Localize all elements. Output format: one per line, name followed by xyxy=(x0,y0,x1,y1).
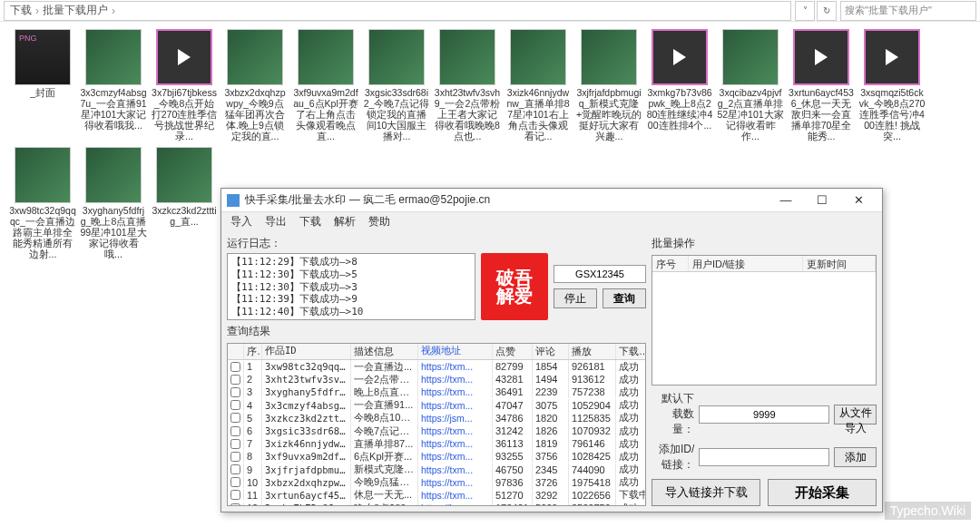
breadcrumb-part[interactable]: 下载 xyxy=(10,3,32,18)
table-row[interactable]: 43x3cmzyf4absg7u一会直播91...https://txm...4… xyxy=(228,399,645,412)
file-name: 3xzkcz3kd2ztttig_直... xyxy=(151,205,218,227)
table-row[interactable]: 113xrtun6aycf4536休息一天无...https://txm...5… xyxy=(228,489,645,502)
file-item[interactable]: 3xht23twfv3svh9_一会2点带粉上王者大家记得收看哦晚晚8点也... xyxy=(434,29,501,142)
run-log-box[interactable]: 【11:12:29】下载成功—>8 【11:12:30】下载成功—>5 【11:… xyxy=(227,253,475,320)
add-id-input[interactable] xyxy=(699,448,829,466)
file-item[interactable]: 3xzkcz3kd2ztttig_直... xyxy=(151,147,218,259)
image-thumb-icon xyxy=(298,29,354,85)
file-name: 3xw98tc32q9qqqc_一会直播边路霸主单排全能秀精通所有边射... xyxy=(9,205,76,259)
image-thumb-icon xyxy=(227,29,283,85)
video-thumb-icon xyxy=(652,29,708,85)
breadcrumb-bar: 下载 › 批量下载用户 › ˅ ↻ 搜索"批量下载用户" xyxy=(0,0,980,22)
breadcrumb-dropdown-icon[interactable]: ˅ xyxy=(795,1,815,21)
file-item[interactable]: 3xyghany5fdfrjg_晚上8点直播99星冲101星大家记得收看哦... xyxy=(80,147,147,259)
table-row[interactable]: 73xizk46nnjydwnw直播单排87...https://txm...3… xyxy=(228,437,645,450)
image-thumb-icon xyxy=(510,29,566,85)
folder-thumb-icon xyxy=(15,29,71,85)
close-button[interactable]: ✕ xyxy=(840,190,877,211)
breadcrumb-part[interactable]: 批量下载用户 xyxy=(43,3,108,18)
row-checkbox[interactable] xyxy=(230,477,240,487)
table-row[interactable]: 33xyghany5fdfrjg晚上8点直播...https://txm...3… xyxy=(228,385,645,398)
file-name: 3xqcibazv4pjvfg_2点直播单排52星冲101大家记得收看昨作... xyxy=(717,87,784,142)
table-row[interactable]: 103xbzx2dxqhzpwpy今晚9点猛年...https://txm...… xyxy=(228,476,645,489)
image-thumb-icon xyxy=(85,147,142,203)
grid-header: 序号 作品ID 描述信息 视频地址 点赞 评论 播放 下载状态 xyxy=(228,344,645,360)
file-name: 3x7bji67tjbkess_今晚8点开始打270连胜季信号挑战世界纪录... xyxy=(151,87,218,142)
file-item[interactable]: 3x7bji67tjbkess_今晚8点开始打270连胜季信号挑战世界纪录... xyxy=(151,29,218,142)
row-checkbox[interactable] xyxy=(230,362,240,372)
app-icon xyxy=(227,194,240,207)
video-thumb-icon xyxy=(156,29,212,85)
file-name: 3xf9uvxa9m2dfau_6点Kpl开赛了右上角点击头像观看晚点直... xyxy=(292,87,359,142)
search-placeholder: 搜索"批量下载用户" xyxy=(845,4,932,17)
image-thumb-icon xyxy=(722,29,779,85)
start-collect-button[interactable]: 开始采集 xyxy=(768,479,877,506)
menu-item[interactable]: 赞助 xyxy=(368,214,390,229)
menu-item[interactable]: 下载 xyxy=(299,214,321,229)
default-count-input[interactable] xyxy=(699,405,829,424)
explorer-search-input[interactable]: 搜索"批量下载用户" xyxy=(840,1,976,21)
minimize-button[interactable]: — xyxy=(768,190,804,211)
refresh-icon[interactable]: ↻ xyxy=(817,1,837,21)
row-checkbox[interactable] xyxy=(230,464,240,474)
titlebar[interactable]: 快手采集/批量去水印 — 疯二毛 ermao@52pojie.cn — ☐ ✕ xyxy=(221,189,882,212)
file-item[interactable]: 3xizk46nnjydwnw_直播单排87星冲101右上角点击头像观看记... xyxy=(505,29,572,142)
row-checkbox[interactable] xyxy=(230,426,240,436)
table-row[interactable]: 83xf9uvxa9m2dfau6点Kpl开赛...https://txm...… xyxy=(228,450,645,463)
window-title: 快手采集/批量去水印 — 疯二毛 ermao@52pojie.cn xyxy=(245,192,768,208)
image-thumb-icon xyxy=(15,147,71,203)
query-id-input[interactable] xyxy=(554,265,646,283)
image-thumb-icon xyxy=(85,29,142,85)
file-item[interactable]: 3xf9uvxa9m2dfau_6点Kpl开赛了右上角点击头像观看晚点直... xyxy=(292,29,359,142)
breadcrumb-sep: › xyxy=(35,5,39,17)
breadcrumb-sep: › xyxy=(112,5,115,17)
breadcrumb[interactable]: 下载 › 批量下载用户 › xyxy=(4,1,791,21)
file-item[interactable]: 3xjfrjafdpbmugiq_新模式克隆+觉醒昨晚玩的挺好玩大家有兴趣... xyxy=(575,29,642,142)
scraper-window: 快手采集/批量去水印 — 疯二毛 ermao@52pojie.cn — ☐ ✕ … xyxy=(220,188,883,512)
menu-item[interactable]: 解析 xyxy=(334,214,356,229)
file-item[interactable]: 3xbzx2dxqhzpwpy_今晚9点猛年团再次合体.晚上9点锁定我的直... xyxy=(221,29,289,142)
file-item[interactable]: 3xw98tc32q9qqqc_一会直播边路霸主单排全能秀精通所有边射... xyxy=(9,147,76,259)
add-button[interactable]: 添加 xyxy=(834,447,877,467)
row-checkbox[interactable] xyxy=(230,413,240,423)
file-item[interactable]: 3xmkg7b73v86pwk_晚上8点280连胜继续冲400连胜排4个... xyxy=(646,29,713,142)
file-item[interactable]: 3xsqmqzi5t6ckvk_今晚8点270连胜季信号冲400连胜! 挑战突.… xyxy=(858,29,926,142)
table-row[interactable]: 13xw98tc32q9qqqc一会直播边...https://txm...82… xyxy=(228,360,645,373)
video-thumb-icon xyxy=(793,29,849,85)
file-name: 3xgsic33sdr68i2_今晚7点记得锁定我的直播间10大国服主播对... xyxy=(363,87,430,142)
table-row[interactable]: 123xmkg7b73v86pwk晚上8点280...https://jsm..… xyxy=(228,502,645,505)
file-item[interactable]: 3xgsic33sdr68i2_今晚7点记得锁定我的直播间10大国服主播对... xyxy=(363,29,430,142)
watermark: Typecho.Wiki xyxy=(885,502,971,520)
result-label: 查询结果 xyxy=(227,324,646,339)
file-name: 3xjfrjafdpbmugiq_新模式克隆+觉醒昨晚玩的挺好玩大家有兴趣... xyxy=(575,87,642,142)
file-item[interactable]: 3xrtun6aycf4536_休息一天无敌归来一会直播单排70星全能秀... xyxy=(788,29,855,142)
menu-item[interactable]: 导出 xyxy=(265,214,287,229)
image-thumb-icon xyxy=(368,29,425,85)
row-checkbox[interactable] xyxy=(230,375,240,385)
add-id-label: 添加ID/链接： xyxy=(652,442,694,473)
row-checkbox[interactable] xyxy=(230,387,240,397)
file-item[interactable]: 3x3cmzyf4absg7u_一会直播91星冲101大家记得收看哦我... xyxy=(80,29,147,142)
table-row[interactable]: 63xgsic33sdr68i2今晚7点记得...https://txm...3… xyxy=(228,425,645,437)
default-count-label: 默认下载数量： xyxy=(652,391,694,437)
query-button[interactable]: 查询 xyxy=(603,288,646,308)
import-and-download-button[interactable]: 导入链接并下载 xyxy=(652,479,760,506)
table-row[interactable]: 23xht23twfv3svh9一会2点带粉...https://txm...4… xyxy=(228,373,645,385)
table-row[interactable]: 93xjfrjafdpbmugiq新模式克隆+...https://txm...… xyxy=(228,464,645,476)
batch-grid: 序号 用户ID/链接 更新时间 xyxy=(652,255,877,385)
table-row[interactable]: 53xzkcz3kd2ztttig今晚8点10大...https://jsm..… xyxy=(228,412,645,425)
image-thumb-icon xyxy=(156,147,212,203)
row-checkbox[interactable] xyxy=(230,400,240,410)
file-item[interactable]: 3xqcibazv4pjvfg_2点直播单排52星冲101大家记得收看昨作... xyxy=(717,29,784,142)
row-checkbox[interactable] xyxy=(230,439,240,449)
maximize-button[interactable]: ☐ xyxy=(804,190,840,211)
menu-item[interactable]: 导入 xyxy=(230,214,252,229)
row-checkbox[interactable] xyxy=(230,452,240,462)
file-name: 3xbzx2dxqhzpwpy_今晚9点猛年团再次合体.晚上9点锁定我的直... xyxy=(221,87,289,142)
image-thumb-icon xyxy=(439,29,495,85)
file-item[interactable]: _封面 xyxy=(9,29,76,142)
row-checkbox[interactable] xyxy=(230,490,240,500)
row-checkbox[interactable] xyxy=(230,503,240,505)
import-file-button[interactable]: 从文件导入 xyxy=(834,405,877,425)
stop-button[interactable]: 停止 xyxy=(554,288,597,308)
